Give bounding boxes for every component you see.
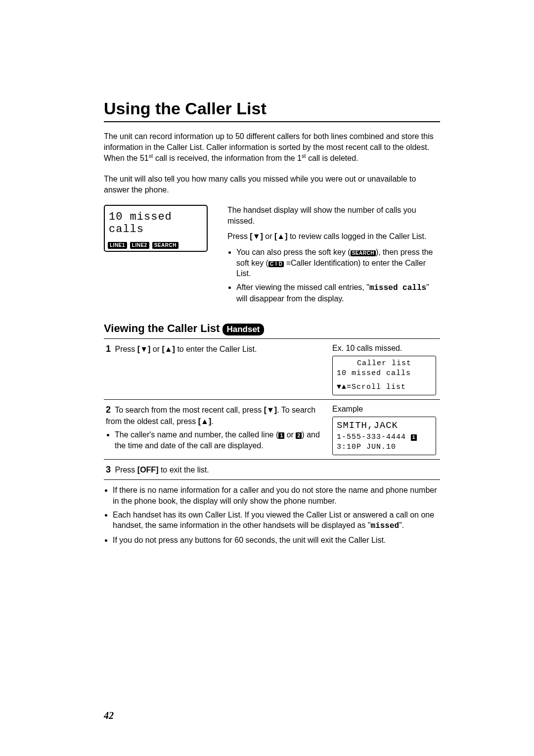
down-key: [▼]	[250, 232, 263, 240]
s2l2a: 1-555-333-4444	[337, 433, 411, 441]
step-1-row: 1 Press [▼] or [▲] to enter the Caller L…	[104, 339, 440, 400]
s1-caption: Ex. 10 calls missed.	[332, 343, 436, 354]
softkey-search: SEARCH	[152, 242, 178, 249]
footnotes: If there is no name information for a ca…	[104, 485, 440, 545]
cid-key-inline: C I D	[268, 261, 284, 267]
s2sa: The caller's name and number, the called…	[115, 430, 278, 439]
s1-lcd: Caller list 10 missed calls ▼▲=Scroll li…	[332, 356, 436, 396]
s2-lcd-l3: 3:10P JUN.10	[337, 442, 432, 452]
step-2-num: 2	[106, 405, 113, 415]
page-title: Using the Caller List	[104, 99, 440, 118]
b2a: After viewing the missed call entries, "	[236, 283, 369, 291]
softkey-line2: LINE2	[130, 242, 149, 249]
off-key: [OFF]	[137, 466, 159, 474]
down-key2: [▼]	[137, 345, 151, 353]
s2down: [▼]	[264, 406, 277, 414]
step-1-num: 1	[106, 344, 113, 354]
footnote-3: If you do not press any buttons for 60 s…	[113, 535, 440, 546]
intro1b: call is received, the information from t…	[153, 154, 302, 163]
s3a: Press	[115, 466, 137, 474]
s1b: to enter the Caller List.	[175, 345, 257, 353]
s2-line-indicator: 1	[411, 434, 417, 441]
t: Press	[227, 232, 250, 240]
s2-lcd-l2: 1-555-333-4444 1	[337, 432, 432, 442]
intro1c: call is deleted.	[306, 154, 358, 163]
s1-lcd-l3: ▼▲=Scroll list	[337, 382, 432, 392]
s1or: or	[150, 345, 162, 353]
s1-lcd-l1: Caller list	[337, 359, 432, 369]
right-p2: Press [▼] or [▲] to review calls logged …	[227, 231, 440, 242]
missed-mono: missed	[371, 521, 400, 530]
s2-lcd: SMITH,JACK 1-555-333-4444 1 3:10P JUN.10	[332, 417, 436, 455]
right-bullet-1: You can also press the soft key (SEARCH)…	[236, 247, 440, 279]
softkey-line1: LINE1	[108, 242, 127, 249]
handset-display: 10 missed calls LINE1 LINE2 SEARCH	[104, 205, 208, 252]
line1-icon: 1	[278, 432, 284, 439]
f2b: ".	[399, 521, 404, 529]
step-3-row: 3 Press [OFF] to exit the list.	[104, 460, 440, 480]
s2-sub: The caller's name and number, the called…	[115, 429, 326, 451]
t2: or	[263, 232, 274, 240]
right-description: The handset display will show the number…	[227, 205, 440, 307]
s3b: to exit the list.	[158, 466, 209, 474]
steps-table: 1 Press [▼] or [▲] to enter the Caller L…	[104, 338, 440, 480]
intro-paragraph-2: The unit will also tell you how many cal…	[104, 174, 440, 195]
up-key2: [▲]	[162, 345, 175, 353]
t3: to review calls logged in the Caller Lis…	[287, 232, 426, 240]
s2c: .	[211, 417, 213, 425]
search-key-inline: SEARCH	[351, 250, 376, 256]
s2-caption: Example	[332, 404, 436, 415]
up-key: [▲]	[274, 232, 288, 240]
line2-icon: 2	[296, 432, 302, 439]
handset-badge: Handset	[222, 324, 264, 335]
step-3-num: 3	[106, 465, 113, 474]
page-number: 42	[104, 710, 114, 721]
s2a: To search from the most recent call, pre…	[115, 406, 264, 414]
title-rule	[104, 121, 440, 122]
s1-lcd-l2: 10 missed calls	[337, 369, 432, 378]
footnote-1: If there is no name information for a ca…	[113, 485, 440, 506]
s1a: Press	[115, 345, 137, 353]
intro1sup2: st	[302, 153, 306, 159]
step-2-row: 2 To search from the most recent call, p…	[104, 400, 440, 460]
subheading-text: Viewing the Caller List	[104, 322, 220, 334]
missed-calls-mono: missed calls	[369, 284, 426, 292]
right-p1: The handset display will show the number…	[227, 205, 440, 226]
right-bullet-2: After viewing the missed call entries, "…	[236, 282, 440, 304]
lcd-line1: 10 missed calls	[109, 211, 203, 236]
intro-paragraph-1: The unit can record information up to 50…	[104, 131, 440, 164]
s2up: [▲]	[198, 417, 212, 425]
footnote-2: Each handset has its own Caller List. If…	[113, 510, 440, 532]
b1a: You can also press the soft key (	[236, 248, 351, 256]
subheading: Viewing the Caller List Handset	[104, 322, 440, 335]
s2-lcd-l1: SMITH,JACK	[337, 420, 432, 432]
s2sb: or	[284, 430, 296, 439]
